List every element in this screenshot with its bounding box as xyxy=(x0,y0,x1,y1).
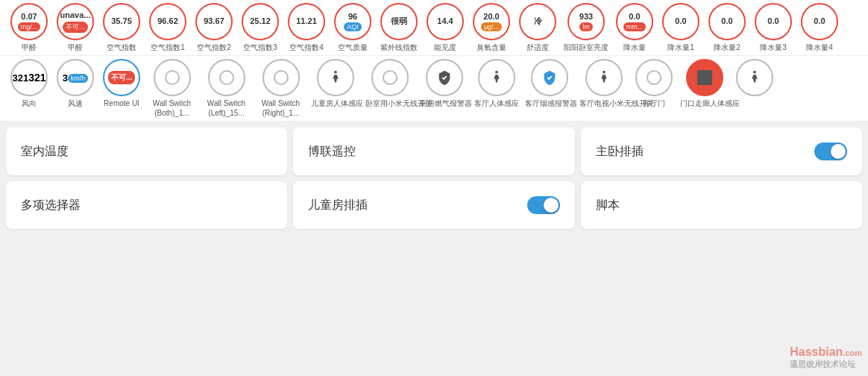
sensor-label-formaldehyde: 甲醛 xyxy=(22,43,37,52)
sensor-item-airquality: 96AQI空气质量 xyxy=(333,3,373,52)
icon-item-bedroom_switch: 卧室用小米无线开关 xyxy=(365,59,414,108)
square-icon-door_motion xyxy=(697,70,712,85)
sensor-item-rain3: 0.0降水量2 xyxy=(707,3,747,52)
sensor-value-brightness: 933 xyxy=(579,12,593,22)
sensor-label-aqi4: 空气指数3 xyxy=(243,43,277,52)
sensor-value-aqi4: 25.12 xyxy=(250,16,271,26)
inner-circle-wall_switch_left xyxy=(219,70,234,85)
sensor-value-formaldehyde: 0.07 xyxy=(21,12,37,22)
icon-label-living_motion: 客厅人体感应 xyxy=(474,98,519,108)
sensor-value-airquality: 96 xyxy=(348,12,357,22)
sensor-value-ozone: 20.0 xyxy=(483,12,499,22)
card-master_outlet: 主卧排插 xyxy=(581,128,862,175)
icon-text-blue-remote_ui: 不可... xyxy=(108,71,135,84)
icon-label-door_motion: 门口走廊人体感应 xyxy=(680,98,729,108)
sensor-label-aqi5: 空气指数4 xyxy=(289,43,324,52)
sensor-value-aqi5: 11.21 xyxy=(296,16,317,26)
sensor-value-rain5: 0.0 xyxy=(814,16,825,26)
icon-row-2: 321321风向3km/h风速不可...Remote UIWall Switch… xyxy=(0,56,868,122)
sensor-item-illuminance: 14.4能见度 xyxy=(425,3,465,52)
sensor-value-aqi3: 93.67 xyxy=(204,16,224,26)
sensor-item-rain4: 0.0降水量3 xyxy=(753,3,793,52)
sensor-item-comfort: 冷舒适度 xyxy=(518,3,558,52)
icon-label-living_tv: 客厅电视小米无线开关 xyxy=(579,98,628,108)
icon-label-wall_switch_left: Wall Switch (Left)_15... xyxy=(202,98,251,118)
icon-item-wind_speed: 3km/h风速 xyxy=(55,59,95,108)
sensor-value-rain3: 0.0 xyxy=(721,16,732,26)
sensor-item-rain5: 0.0降水量4 xyxy=(799,3,840,52)
icon-label-wind_speed: 风速 xyxy=(68,98,83,108)
sensor-label-rain2: 降水量1 xyxy=(667,43,694,52)
sensor-value-aqi1: 35.75 xyxy=(111,16,132,26)
inner-circle-wall_switch_both xyxy=(165,70,180,85)
icon-item-living_tv: 客厅电视小米无线开关 xyxy=(579,59,628,108)
sensor-badge-rain1: mm... xyxy=(623,22,647,31)
icon-label-living_smoke: 客厅烟感报警器 xyxy=(525,98,573,108)
icon-item-wind_dir: 321321风向 xyxy=(9,59,49,108)
card-indoor_temp: 室内温度 xyxy=(6,128,287,175)
sensor-label-rain5: 降水量4 xyxy=(806,43,833,52)
inner-circle-wall_switch_right xyxy=(274,70,289,85)
card-title-master_outlet: 主卧排插 xyxy=(596,144,644,160)
card-child_outlet: 儿童房排插 xyxy=(293,181,574,229)
icon-item-wall_switch_left: Wall Switch (Left)_15... xyxy=(202,59,251,118)
card-script: 脚本 xyxy=(581,181,862,229)
icon-text-wind_dir: 321 xyxy=(12,72,28,84)
toggle-child_outlet[interactable] xyxy=(527,196,560,214)
sensor-label-rain4: 降水量3 xyxy=(760,43,787,52)
sensor-value-rain2: 0.0 xyxy=(675,16,686,26)
icon-label-wall_switch_right: Wall Switch (Right)_1... xyxy=(257,98,305,118)
watermark-brand: Hassbian xyxy=(790,345,843,358)
card-title-indoor_temp: 室内温度 xyxy=(21,144,69,160)
icon-badge-wind_speed: km/h xyxy=(68,74,89,83)
sensor-label-uvindex: 紫外线指数 xyxy=(380,43,418,52)
sensor-row-1: 0.07mg/...甲醛unava...不可...甲醛35.75空气指数96.6… xyxy=(0,0,868,56)
svg-point-0 xyxy=(334,71,337,74)
card-multi_selector: 多项选择器 xyxy=(6,181,287,229)
sensor-label-illuminance: 能见度 xyxy=(434,43,456,52)
sensor-value-illuminance: 14.4 xyxy=(437,16,453,26)
sensor-label-brightness: 阳阳卧室亮度 xyxy=(564,43,608,52)
sensor-badge-ozone: μg/... xyxy=(481,22,502,31)
sensor-value-comfort: 冷 xyxy=(534,16,542,26)
wind-dir-value: 321 xyxy=(28,72,45,84)
sensor-item-uvindex: 很弱紫外线指数 xyxy=(379,3,419,52)
icon-item-child_motion: 儿童房人体感应 xyxy=(311,59,359,108)
icon-item-wall_switch_right: Wall Switch (Right)_1... xyxy=(257,59,305,118)
sensor-badge-formaldehyde: mg/... xyxy=(18,22,41,31)
sensor-label-aqi2: 空气指数1 xyxy=(151,43,185,52)
sensor-item-formaldehyde2: unava...不可...甲醛 xyxy=(55,3,95,52)
svg-point-1 xyxy=(495,71,498,74)
sensor-label-rain1: 降水量 xyxy=(623,43,646,52)
sensor-item-aqi1: 35.75空气指数 xyxy=(101,3,142,52)
icon-item-door_motion: 门口走廊人体感应 xyxy=(680,59,729,108)
inner-circle-living_door xyxy=(647,70,661,85)
icon-item-remote_ui: 不可...Remote UI xyxy=(101,59,142,108)
sensor-label-aqi3: 空气指数2 xyxy=(197,43,231,52)
inner-circle-bedroom_switch xyxy=(383,70,397,85)
icon-label-wind_dir: 风向 xyxy=(22,98,37,108)
icon-label-remote_ui: Remote UI xyxy=(104,98,139,108)
sensor-value-formaldehyde2: unava... xyxy=(60,10,91,20)
sensor-value-rain1: 0.0 xyxy=(629,12,640,22)
sensor-value-aqi2: 96.62 xyxy=(157,16,178,26)
sensor-item-rain1: 0.0mm...降水量 xyxy=(614,3,655,52)
sensor-label-aqi1: 空气指数 xyxy=(107,43,136,52)
card-title-multi_selector: 多项选择器 xyxy=(21,198,81,213)
sensor-badge-airquality: AQI xyxy=(344,22,362,31)
sensor-label-formaldehyde2: 甲醛 xyxy=(68,43,83,52)
sensor-item-aqi5: 11.21空气指数4 xyxy=(286,3,327,52)
svg-point-2 xyxy=(603,71,606,74)
card-bolean_remote: 博联遥控 xyxy=(293,128,574,175)
sensor-label-ozone: 臭氧含量 xyxy=(477,43,506,52)
icon-item-living_motion: 客厅人体感应 xyxy=(474,59,519,108)
sensor-item-formaldehyde: 0.07mg/...甲醛 xyxy=(9,3,49,52)
svg-point-3 xyxy=(753,71,756,74)
icon-label-child_motion: 儿童房人体感应 xyxy=(311,98,359,108)
icon-label-living_door: 客厅门 xyxy=(643,98,665,108)
toggle-master_outlet[interactable] xyxy=(814,142,847,160)
card-title-bolean_remote: 博联遥控 xyxy=(308,144,356,160)
sensor-label-comfort: 舒适度 xyxy=(526,43,549,52)
sensor-item-aqi3: 93.67空气指数2 xyxy=(194,3,234,52)
icon-item-kitchen_gas: 厨房燃气报警器 xyxy=(420,59,468,108)
